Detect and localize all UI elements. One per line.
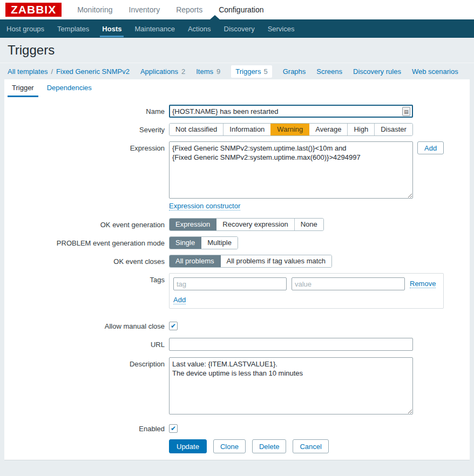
ok-closes-option-tag-match[interactable]: All problems if tag values match [220,255,332,267]
ok-gen-option-expression[interactable]: Expression [170,219,216,230]
problem-mode-segmented-control: Single Multiple [169,236,238,249]
ok-event-closes-label: OK event closes [4,255,165,266]
url-row: URL [4,338,470,351]
top-menu: Monitoring Inventory Reports Configurati… [69,1,272,18]
name-label: Name [4,105,165,115]
allow-manual-close-label: Allow manual close [4,322,165,330]
tags-row: Tags Remove Add [4,273,470,309]
breadcrumb-discovery-rules[interactable]: Discovery rules [353,67,401,76]
trigger-form: Name ▤ Severity Not classified Informati… [4,97,470,453]
update-button[interactable]: Update [169,439,207,453]
breadcrumb-triggers-current[interactable]: Triggers 5 [231,65,272,78]
applications-count: 2 [181,67,185,76]
menu-reports[interactable]: Reports [168,1,211,18]
severity-option-not-classified[interactable]: Not classified [170,124,223,135]
enabled-row: Enabled ✔ [4,424,470,433]
expression-row: Expression {Fixed Generic SNMPv2:system.… [4,141,470,199]
nav-host-groups[interactable]: Host groups [0,20,51,37]
cancel-button[interactable]: Cancel [293,439,328,453]
trigger-form-card: Trigger Dependencies Name ▤ Severity Not… [4,79,470,460]
nav-maintenance[interactable]: Maintenance [128,20,181,37]
zabbix-logo: ZABBIX [5,3,62,17]
severity-option-high[interactable]: High [347,124,374,135]
severity-segmented-control: Not classified Information Warning Avera… [169,123,413,136]
description-row: Description Last value: {ITEM.LASTVALUE1… [4,357,470,414]
breadcrumb-all-templates[interactable]: All templates [8,67,48,76]
breadcrumb-graphs[interactable]: Graphs [283,67,306,76]
title-band: Triggers [0,38,474,63]
expression-add-button[interactable]: Add [417,141,444,154]
severity-row: Severity Not classified Information Warn… [4,123,470,136]
breadcrumb-template[interactable]: Fixed Generic SNMPv2 [56,67,130,76]
tag-name-input[interactable] [173,277,287,290]
tab-dependencies[interactable]: Dependencies [43,79,96,97]
problem-mode-option-multiple[interactable]: Multiple [201,237,238,249]
problem-mode-row: PROBLEM event generation mode Single Mul… [4,236,470,249]
severity-option-average[interactable]: Average [309,124,347,135]
delete-button[interactable]: Delete [252,439,287,453]
allow-manual-close-row: Allow manual close ✔ [4,322,470,330]
form-tabs: Trigger Dependencies [4,79,470,97]
nav-templates[interactable]: Templates [51,20,96,37]
breadcrumb-triggers[interactable]: Triggers [235,67,261,76]
input-autofill-icon[interactable]: ▤ [402,107,410,116]
problem-mode-label: PROBLEM event generation mode [4,236,165,247]
ok-event-closes-segmented-control: All problems All problems if tag values … [169,255,332,268]
description-label: Description [4,357,165,368]
expression-constructor-link[interactable]: Expression constructor [169,202,240,210]
url-input[interactable] [169,338,413,351]
menu-inventory[interactable]: Inventory [121,1,168,18]
severity-label: Severity [4,123,165,134]
problem-mode-option-single[interactable]: Single [170,237,201,249]
sub-navigation: Host groups Templates Hosts Maintenance … [0,19,474,38]
breadcrumb: All templates / Fixed Generic SNMPv2 App… [0,63,474,79]
name-input[interactable] [169,105,413,118]
ok-event-generation-segmented-control: Expression Recovery expression None [169,218,324,231]
description-textarea[interactable]: Last value: {ITEM.LASTVALUE1}. The devic… [169,357,413,414]
expression-label: Expression [4,141,165,152]
tags-container: Remove Add [169,273,444,309]
severity-option-information[interactable]: Information [223,124,270,135]
name-row: Name ▤ [4,105,470,118]
tag-add-link[interactable]: Add [173,296,186,304]
tab-trigger[interactable]: Trigger [8,79,38,97]
enabled-label: Enabled [4,424,165,433]
severity-option-disaster[interactable]: Disaster [374,124,412,135]
breadcrumb-applications[interactable]: Applications [140,67,178,76]
allow-manual-close-checkbox[interactable]: ✔ [169,322,178,330]
ok-event-generation-label: OK event generation [4,218,165,229]
nav-discovery[interactable]: Discovery [218,20,261,37]
breadcrumb-separator: / [51,67,53,76]
ok-event-generation-row: OK event generation Expression Recovery … [4,218,470,231]
ok-event-closes-row: OK event closes All problems All problem… [4,255,470,268]
clone-button[interactable]: Clone [213,439,246,453]
nav-services[interactable]: Services [261,20,301,37]
ok-gen-option-none[interactable]: None [294,219,323,230]
tags-label: Tags [4,273,165,284]
top-header: ZABBIX Monitoring Inventory Reports Conf… [0,0,474,19]
nav-hosts[interactable]: Hosts [96,20,128,37]
form-buttons-row: Update Clone Delete Cancel [4,439,470,453]
page-title: Triggers [8,43,55,58]
enabled-checkbox[interactable]: ✔ [169,424,178,433]
severity-option-warning[interactable]: Warning [270,124,309,135]
expression-constructor-row: Expression constructor [4,202,470,210]
tag-value-input[interactable] [292,277,405,290]
triggers-count: 5 [263,67,267,76]
breadcrumb-screens[interactable]: Screens [316,67,342,76]
breadcrumb-items[interactable]: Items [196,67,213,76]
menu-monitoring[interactable]: Monitoring [69,1,120,18]
url-label: URL [4,338,165,349]
ok-gen-option-recovery-expression[interactable]: Recovery expression [216,219,294,230]
menu-configuration[interactable]: Configuration [211,1,272,18]
items-count: 9 [216,67,220,76]
breadcrumb-web-scenarios[interactable]: Web scenarios [412,67,458,76]
expression-textarea[interactable]: {Fixed Generic SNMPv2:system.uptime.last… [169,141,413,199]
tag-remove-link[interactable]: Remove [410,280,436,288]
nav-actions[interactable]: Actions [181,20,218,37]
ok-closes-option-all-problems[interactable]: All problems [170,255,220,267]
active-menu-caret-icon [210,15,220,19]
